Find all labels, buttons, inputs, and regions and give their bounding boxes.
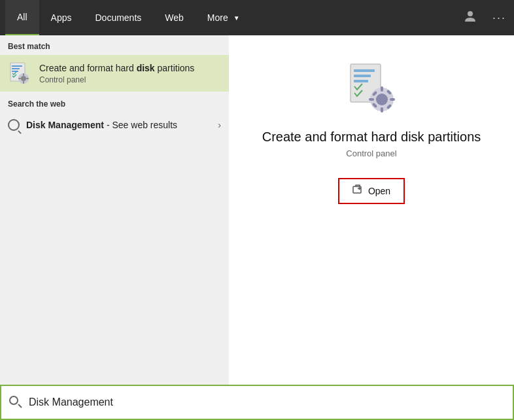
nav-tabs: All Apps Documents Web More ▼ xyxy=(5,0,461,35)
svg-rect-3 xyxy=(12,68,20,69)
tab-web-label: Web xyxy=(165,12,184,23)
web-search-icon xyxy=(8,119,20,131)
svg-rect-0 xyxy=(468,11,473,16)
account-icon[interactable] xyxy=(461,7,479,28)
tab-apps-label: Apps xyxy=(51,12,72,23)
chevron-right-icon: › xyxy=(218,120,221,130)
chevron-down-icon: ▼ xyxy=(233,14,240,22)
search-bar xyxy=(0,385,514,420)
svg-rect-12 xyxy=(354,69,375,72)
best-match-subtitle: Control panel xyxy=(39,75,194,84)
right-panel: Create and format hard disk partitions C… xyxy=(229,35,514,385)
tab-more-label: More xyxy=(207,12,228,23)
result-icon-area xyxy=(345,61,398,116)
disk-management-icon xyxy=(8,61,31,85)
web-search-label: Search the web xyxy=(0,93,229,113)
top-nav: All Apps Documents Web More ▼ ··· xyxy=(0,0,514,35)
search-bar-icon xyxy=(9,396,22,409)
tab-apps[interactable]: Apps xyxy=(39,0,84,35)
svg-rect-14 xyxy=(354,80,368,82)
tab-all[interactable]: All xyxy=(5,0,39,35)
svg-rect-20 xyxy=(390,98,395,101)
web-search-suffix: - See web results xyxy=(104,120,177,130)
open-label: Open xyxy=(368,186,390,196)
svg-rect-19 xyxy=(369,98,374,101)
tab-web[interactable]: Web xyxy=(153,0,196,35)
search-input[interactable] xyxy=(29,396,505,408)
best-match-title: Create and format hard disk partitions xyxy=(39,62,194,74)
open-icon xyxy=(352,184,363,198)
svg-point-6 xyxy=(21,76,26,81)
svg-rect-4 xyxy=(12,71,18,72)
best-match-text: Create and format hard disk partitions C… xyxy=(39,62,194,84)
web-search-text: Disk Management - See web results xyxy=(26,120,211,130)
tab-documents-label: Documents xyxy=(95,12,141,23)
result-subtitle: Control panel xyxy=(346,149,396,158)
nav-icons: ··· xyxy=(461,7,509,28)
tab-all-label: All xyxy=(17,12,27,22)
svg-rect-13 xyxy=(354,75,371,77)
web-search-query: Disk Management xyxy=(26,120,104,130)
web-search-item[interactable]: Disk Management - See web results › xyxy=(0,113,229,137)
svg-rect-9 xyxy=(18,78,21,79)
best-match-label: Best match xyxy=(0,35,229,55)
svg-rect-10 xyxy=(26,78,29,79)
svg-rect-8 xyxy=(23,81,24,84)
tab-more[interactable]: More ▼ xyxy=(196,0,252,35)
tab-documents[interactable]: Documents xyxy=(83,0,153,35)
svg-rect-18 xyxy=(381,107,383,113)
result-title: Create and format hard disk partitions xyxy=(262,130,481,145)
best-match-item[interactable]: Create and format hard disk partitions C… xyxy=(0,55,229,92)
svg-rect-17 xyxy=(381,86,383,92)
main-content: Best match xyxy=(0,35,514,385)
open-button[interactable]: Open xyxy=(338,178,405,204)
svg-rect-7 xyxy=(23,73,24,76)
ellipsis-icon[interactable]: ··· xyxy=(490,9,509,27)
svg-rect-2 xyxy=(12,65,22,67)
svg-point-16 xyxy=(376,94,388,105)
left-panel: Best match xyxy=(0,35,229,385)
